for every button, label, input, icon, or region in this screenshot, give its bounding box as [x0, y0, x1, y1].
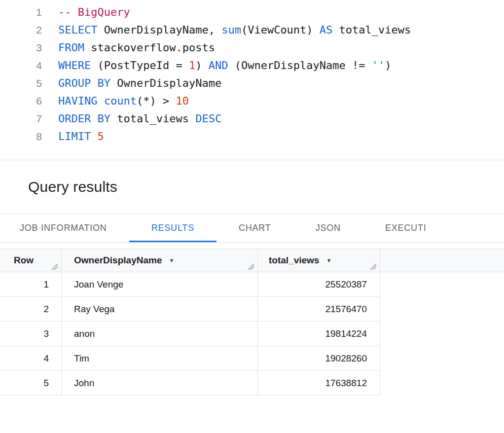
code-token-number: 10: [176, 95, 189, 107]
line-number: 4: [0, 57, 42, 74]
total-views-cell: 19814224: [258, 322, 380, 346]
code-text: GROUP BY OwnerDisplayName: [58, 74, 221, 92]
line-number: 6: [0, 92, 42, 110]
owner-display-name-cell: John: [62, 371, 258, 396]
row-column-header: Row: [0, 249, 62, 272]
code-area: 1-- BigQuery2SELECT OwnerDisplayName, su…: [0, 3, 504, 145]
owner-column-header: OwnerDisplayName ▼: [62, 249, 258, 272]
code-token-plain: OwnerDisplayName: [110, 77, 221, 89]
code-token-plain: ): [195, 59, 209, 72]
tab-json[interactable]: JSON: [293, 214, 363, 242]
row-number-cell: 2: [0, 297, 62, 322]
resize-handle-icon: [51, 263, 59, 271]
owner-column-dropdown-icon[interactable]: ▼: [169, 258, 174, 263]
table-row: 5John17638812: [0, 371, 504, 396]
tab-job-information[interactable]: JOB INFORMATION: [0, 214, 129, 242]
line-number: 1: [0, 3, 42, 21]
code-text: FROM stackoverflow.posts: [58, 39, 215, 57]
sql-editor[interactable]: 1-- BigQuery2SELECT OwnerDisplayName, su…: [0, 0, 504, 160]
code-token-function: sum: [221, 24, 241, 36]
code-line: 6HAVING count(*) > 10: [0, 92, 504, 110]
table-body: 1Joan Venge255203872Ray Vega215764703ano…: [0, 272, 504, 396]
code-line: 1-- BigQuery: [0, 3, 504, 21]
owner-header-label: OwnerDisplayName: [74, 255, 162, 266]
total-views-cell: 17638812: [258, 371, 380, 396]
line-number: 5: [0, 74, 42, 92]
table-row: 2Ray Vega21576470: [0, 297, 504, 322]
total-views-cell: 19028260: [258, 346, 380, 371]
code-text: SELECT OwnerDisplayName, sum(ViewCount) …: [58, 21, 411, 39]
code-text: ORDER BY total_views DESC: [58, 110, 221, 128]
table-row: 4Tim19028260: [0, 346, 504, 371]
row-number-cell: 3: [0, 322, 62, 346]
code-token-plain: total_views: [332, 24, 411, 36]
code-text: WHERE (PostTypeId = 1) AND (OwnerDisplay…: [58, 57, 392, 74]
line-number: 8: [0, 128, 42, 145]
tab-results[interactable]: RESULTS: [129, 214, 216, 242]
code-token-keyword: SELECT: [58, 24, 97, 36]
code-token-keyword: AS: [320, 24, 333, 36]
views-column-resize-handle[interactable]: [369, 263, 377, 271]
line-number: 3: [0, 39, 42, 57]
code-token-plain: (*) >: [137, 95, 176, 107]
code-token-plain: (OwnerDisplayName !=: [228, 59, 371, 72]
owner-display-name-cell: anon: [62, 322, 258, 346]
code-line: 4WHERE (PostTypeId = 1) AND (OwnerDispla…: [0, 57, 504, 74]
code-token-string: '': [372, 59, 385, 72]
filler-cell: [380, 346, 504, 371]
owner-column-resize-handle[interactable]: [247, 263, 255, 271]
query-results-title: Query results: [28, 179, 117, 195]
code-text: -- BigQuery: [58, 3, 130, 21]
bigquery-query-results-page: 1-- BigQuery2SELECT OwnerDisplayName, su…: [0, 0, 504, 396]
header-filler-cell: [380, 249, 504, 272]
views-column-header: total_views ▼: [258, 249, 380, 272]
code-line: 8LIMIT 5: [0, 128, 504, 145]
code-token-keyword: AND: [209, 59, 228, 72]
code-token-plain: (PostTypeId =: [91, 59, 189, 72]
resize-handle-icon: [247, 263, 255, 271]
code-line: 7ORDER BY total_views DESC: [0, 110, 504, 128]
code-token-number: 5: [97, 130, 104, 143]
code-token-keyword: ORDER BY: [58, 112, 110, 125]
tab-executi[interactable]: EXECUTI: [363, 214, 449, 242]
results-table: Row OwnerDisplayName ▼ total_views: [0, 249, 504, 396]
owner-display-name-cell: Tim: [62, 346, 258, 371]
tab-chart[interactable]: CHART: [216, 214, 293, 242]
code-token-plain: total_views: [110, 112, 195, 125]
code-token-keyword: FROM: [58, 41, 84, 54]
code-token-plain: [97, 95, 104, 107]
table-row: 1Joan Venge25520387: [0, 272, 504, 297]
code-line: 3FROM stackoverflow.posts: [0, 39, 504, 57]
filler-cell: [380, 297, 504, 322]
code-token-plain: stackoverflow.posts: [84, 41, 215, 54]
code-token-plain: (ViewCount): [241, 24, 320, 36]
code-token-function: count: [104, 95, 137, 107]
code-token-keyword: HAVING: [58, 95, 97, 107]
resize-handle-icon: [369, 263, 377, 271]
code-text: HAVING count(*) > 10: [58, 92, 189, 110]
code-token-number: 1: [189, 59, 195, 72]
views-header-label: total_views: [269, 255, 319, 266]
code-token-comment: -- BigQuery: [58, 6, 130, 18]
views-column-dropdown-icon[interactable]: ▼: [326, 258, 331, 263]
table-header-row: Row OwnerDisplayName ▼ total_views: [0, 249, 504, 272]
code-token-plain: ): [385, 59, 391, 72]
filler-cell: [380, 322, 504, 346]
owner-display-name-cell: Joan Venge: [62, 272, 258, 297]
row-column-resize-handle[interactable]: [51, 263, 59, 271]
filler-cell: [380, 272, 504, 297]
code-token-keyword: WHERE: [58, 59, 91, 72]
code-line: 5GROUP BY OwnerDisplayName: [0, 74, 504, 92]
row-number-cell: 1: [0, 272, 62, 297]
code-token-keyword: DESC: [195, 112, 221, 125]
results-tab-bar: JOB INFORMATIONRESULTSCHARTJSONEXECUTI: [0, 214, 504, 243]
total-views-cell: 25520387: [258, 272, 380, 297]
line-number: 7: [0, 110, 42, 128]
code-token-plain: OwnerDisplayName,: [97, 24, 221, 36]
code-token-keyword: GROUP BY: [58, 77, 110, 89]
row-header-label: Row: [14, 255, 34, 266]
code-text: LIMIT 5: [58, 128, 104, 145]
total-views-cell: 21576470: [258, 297, 380, 322]
table-row: 3anon19814224: [0, 322, 504, 346]
owner-display-name-cell: Ray Vega: [62, 297, 258, 322]
